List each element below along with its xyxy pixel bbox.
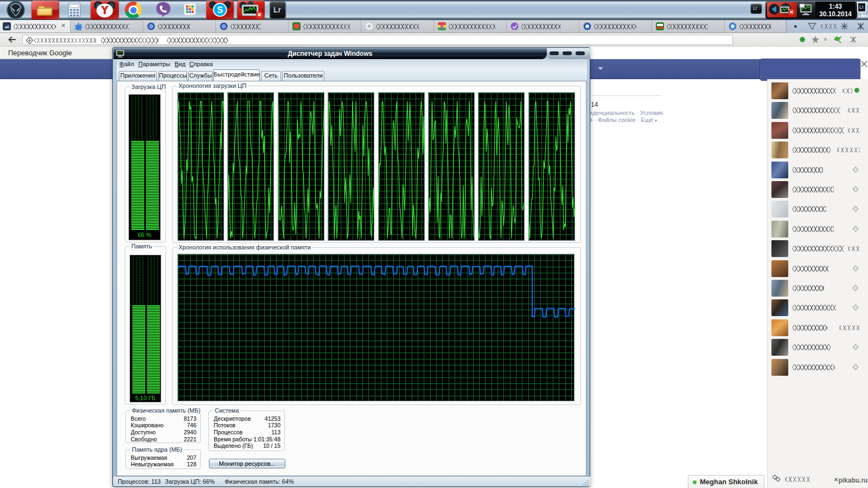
svg-text:S: S bbox=[217, 5, 223, 15]
